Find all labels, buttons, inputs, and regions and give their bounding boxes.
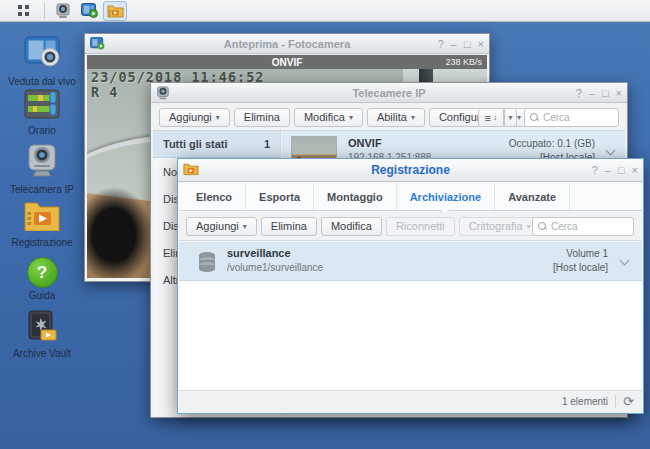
live-view-icon [81, 3, 98, 18]
storage-volume: Volume 1 [566, 248, 608, 259]
chevron-down-icon[interactable] [606, 146, 616, 156]
storage-host: [Host locale] [553, 262, 608, 273]
caret-down-icon: ▾ [508, 113, 512, 122]
window-title: Registrazione [178, 163, 643, 177]
live-view-icon [24, 36, 60, 70]
desktop: Veduta dal vivo Orario Telecamera IP Re [0, 0, 650, 449]
maximize-button[interactable]: □ [618, 165, 625, 175]
recording-search-box [532, 217, 634, 236]
storage-path: /volume1/surveillance [227, 262, 323, 273]
caret-down-icon: ▾ [527, 222, 531, 231]
view-mode-button[interactable]: ≡ ↓ [478, 108, 504, 127]
maximize-button[interactable]: □ [602, 88, 609, 98]
abilita-button[interactable]: Abilita ▾ [367, 108, 425, 127]
storage-list: surveillance /volume1/surveillance Volum… [179, 242, 642, 390]
sidebar-item-tutti-gli-stati[interactable]: Tutti gli stati 1 [153, 131, 280, 158]
desktop-icon-label: Veduta dal vivo [5, 76, 79, 87]
elimina-button[interactable]: Elimina [261, 217, 317, 236]
close-button[interactable]: × [632, 165, 638, 175]
tab-elenco[interactable]: Elenco [183, 183, 246, 210]
preview-titlebar[interactable]: Anteprima - Fotocamera ? – □ × [85, 34, 489, 54]
item-count: 1 elementi [562, 396, 608, 407]
search-input[interactable] [551, 221, 621, 232]
chevron-down-icon[interactable] [620, 256, 630, 266]
desktop-icon-guida[interactable]: ? Guida [5, 257, 79, 301]
storage-name: surveillance [227, 247, 291, 259]
recording-toolbar: Aggiungi ▾ Elimina Modifica Riconnetti C… [179, 212, 642, 241]
search-icon [538, 222, 547, 231]
desktop-icon-registrazione[interactable]: Registrazione [5, 199, 79, 248]
modifica-button[interactable]: Modifica ▾ [294, 108, 363, 127]
main-menu-button[interactable] [8, 1, 38, 21]
recording-titlebar[interactable]: Registrazione ? – □ × [178, 159, 643, 182]
main-menu-icon [18, 5, 29, 16]
desktop-icon-label: Archive Vault [5, 348, 79, 359]
view-mode-dropdown[interactable]: ▾ [504, 108, 517, 127]
taskbar-app-recording[interactable] [103, 1, 127, 21]
minimize-button[interactable]: – [605, 165, 611, 175]
window-title: Telecamere IP [151, 87, 627, 99]
live-view-icon [90, 37, 105, 50]
desktop-icon-telecamera-ip[interactable]: Telecamera IP [5, 144, 79, 195]
aggiungi-button[interactable]: Aggiungi ▾ [186, 217, 257, 236]
ip-camera-icon [156, 86, 170, 100]
video-dark-object [87, 187, 153, 278]
arrow-down-icon: ↓ [493, 113, 497, 122]
ip-camera-icon [55, 3, 71, 19]
minimize-button[interactable]: – [451, 39, 457, 49]
riconnetti-button[interactable]: Riconnetti [386, 217, 455, 236]
count-badge: 1 [264, 138, 270, 150]
help-button[interactable]: ? [592, 165, 598, 175]
search-input[interactable] [543, 112, 613, 123]
caret-down-icon: ▾ [411, 113, 415, 122]
refresh-icon[interactable]: ⟳ [623, 395, 634, 408]
elimina-button[interactable]: Elimina [234, 108, 290, 127]
camera-name: ONVIF [348, 137, 382, 149]
help-button[interactable]: ? [438, 39, 444, 49]
recording-icon [107, 4, 124, 18]
desktop-icon-veduta-dal-vivo[interactable]: Veduta dal vivo [5, 36, 79, 87]
taskbar-app-live-view[interactable] [77, 1, 101, 21]
desktop-icon-label: Registrazione [5, 237, 79, 248]
minimize-button[interactable]: – [589, 88, 595, 98]
help-icon: ? [27, 257, 58, 288]
caret-down-icon: ▾ [216, 113, 220, 122]
aggiungi-button[interactable]: Aggiungi ▾ [159, 108, 230, 127]
modifica-button[interactable]: Modifica [321, 217, 382, 236]
camera-search-box [524, 108, 619, 127]
timeline-icon [24, 89, 60, 119]
recording-icon [183, 162, 199, 176]
maximize-button[interactable]: □ [464, 39, 471, 49]
camera-usage: Occupato: 0.1 (GB) [509, 138, 595, 149]
archive-vault-icon [25, 310, 59, 342]
recording-tabbar: Elenco Esporta Montaggio Archiviazione A… [179, 183, 642, 211]
caret-down-icon: ▾ [349, 113, 353, 122]
tab-archiviazione[interactable]: Archiviazione [397, 183, 496, 210]
desktop-icon-label: Telecamera IP [5, 184, 79, 195]
desktop-icon-orario[interactable]: Orario [5, 89, 79, 136]
tab-avanzate[interactable]: Avanzate [495, 183, 570, 210]
close-button[interactable]: × [616, 88, 622, 98]
search-icon [530, 113, 539, 122]
recording-icon [23, 199, 61, 231]
desktop-icon-archive-vault[interactable]: Archive Vault [5, 310, 79, 359]
help-button[interactable]: ? [576, 88, 582, 98]
stream-info-bar: ONVIF 238 KB/s [87, 55, 487, 69]
tab-esporta[interactable]: Esporta [246, 183, 314, 210]
statusbar-separator [615, 395, 616, 408]
desktop-icon-label: Guida [5, 290, 79, 301]
camera-toolbar: Aggiungi ▾ Elimina Modifica ▾ Abilita ▾ … [153, 104, 625, 131]
camera-titlebar[interactable]: Telecamere IP ? – □ × [151, 83, 627, 103]
database-icon [195, 250, 219, 274]
tab-montaggio[interactable]: Montaggio [314, 183, 397, 210]
desktop-icon-label: Orario [5, 125, 79, 136]
taskbar-app-ip-camera[interactable] [51, 1, 75, 21]
stream-bitrate: 238 KB/s [445, 57, 482, 67]
storage-row-surveillance[interactable]: surveillance /volume1/surveillance Volum… [179, 242, 642, 281]
taskbar [0, 0, 650, 22]
caret-down-icon: ▾ [243, 222, 247, 231]
recording-statusbar: 1 elementi ⟳ [179, 390, 642, 412]
close-button[interactable]: × [478, 39, 484, 49]
window-title: Anteprima - Fotocamera [85, 38, 489, 50]
crittografia-button[interactable]: Crittografia ▾ [459, 217, 541, 236]
